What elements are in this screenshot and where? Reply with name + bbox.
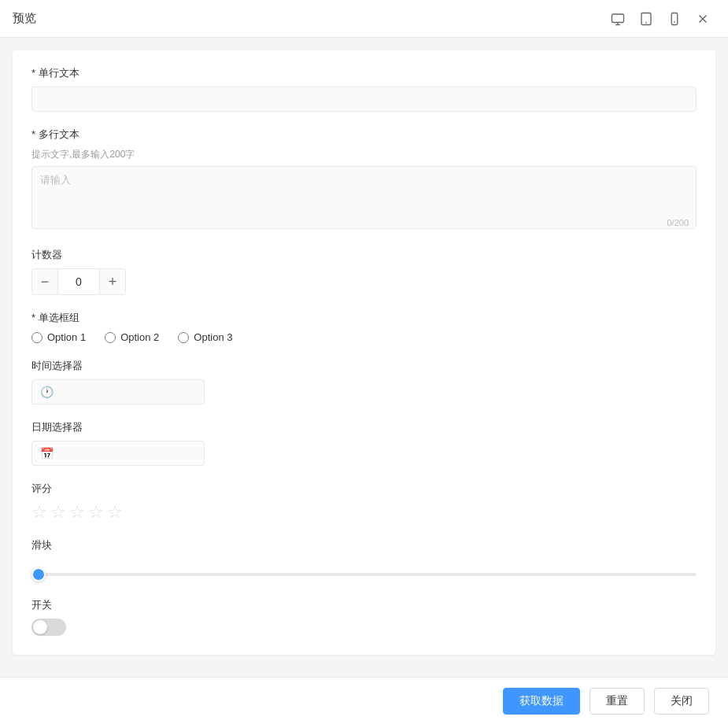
desktop-view-button[interactable] (605, 6, 630, 31)
rating-field: 评分 ☆ ☆ ☆ ☆ ☆ (31, 482, 697, 523)
single-text-field: * 单行文本 (31, 66, 697, 112)
star-4[interactable]: ☆ (88, 502, 104, 523)
time-picker-field: 时间选择器 🕐 (31, 359, 697, 404)
form-card: * 单行文本 * 多行文本 提示文字,最多输入200字 0/200 计数器 − (13, 50, 715, 655)
close-button[interactable]: 关闭 (654, 688, 709, 715)
toggle-thumb (33, 620, 47, 634)
toggle-track[interactable] (31, 619, 66, 636)
toggle-wrapper (31, 619, 697, 636)
close-icon (696, 12, 710, 26)
mobile-icon (667, 12, 682, 26)
desktop-icon (611, 12, 625, 26)
single-text-label: * 单行文本 (31, 66, 697, 80)
reset-button[interactable]: 重置 (589, 688, 645, 715)
clock-icon: 🕐 (40, 386, 54, 398)
get-data-button[interactable]: 获取数据 (503, 688, 580, 715)
multi-text-input[interactable] (31, 166, 697, 229)
calendar-icon: 📅 (40, 447, 54, 460)
time-picker-input[interactable]: 🕐 (31, 379, 205, 404)
radio-option-2[interactable]: Option 2 (105, 331, 159, 343)
counter-plus-button[interactable]: + (100, 269, 125, 294)
radio-option-1[interactable]: Option 1 (31, 331, 86, 343)
counter-minus-button[interactable]: − (32, 269, 57, 294)
close-window-button[interactable] (690, 6, 715, 31)
single-text-input[interactable] (31, 87, 697, 112)
tablet-view-button[interactable] (634, 6, 659, 31)
titlebar: 预览 (0, 0, 728, 38)
char-count: 0/200 (667, 218, 689, 227)
star-1[interactable]: ☆ (31, 502, 47, 523)
radio-option-3[interactable]: Option 3 (178, 331, 232, 343)
radio-label-1: Option 1 (47, 331, 86, 343)
radio-input-1[interactable] (31, 332, 42, 343)
main-window: 预览 (0, 0, 728, 724)
radio-label-2: Option 2 (120, 331, 159, 343)
multi-text-label: * 多行文本 (31, 127, 697, 142)
counter-value: 0 (57, 269, 100, 294)
radio-input-2[interactable] (105, 332, 116, 343)
radio-input-3[interactable] (178, 332, 189, 343)
radio-label-3: Option 3 (194, 331, 232, 343)
radio-field: * 单选框组 Option 1 Option 2 Option 3 (31, 311, 697, 343)
counter-label: 计数器 (31, 248, 697, 262)
star-2[interactable]: ☆ (50, 502, 66, 523)
window-controls (605, 6, 715, 31)
window-title: 预览 (13, 11, 36, 26)
date-picker-field: 日期选择器 📅 (31, 420, 697, 466)
textarea-wrapper: 0/200 (31, 166, 697, 232)
star-5[interactable]: ☆ (107, 502, 123, 523)
svg-rect-0 (612, 14, 624, 23)
star-group: ☆ ☆ ☆ ☆ ☆ (31, 502, 697, 523)
mobile-view-button[interactable] (662, 6, 687, 31)
time-picker-label: 时间选择器 (31, 359, 697, 373)
toggle-label: 开关 (31, 598, 697, 612)
counter-field: 计数器 − 0 + (31, 248, 697, 295)
slider-field: 滑块 (31, 538, 697, 582)
slider-wrapper (31, 559, 697, 582)
content-area: * 单行文本 * 多行文本 提示文字,最多输入200字 0/200 计数器 − (0, 38, 728, 677)
slider-label: 滑块 (31, 538, 697, 552)
toggle-field: 开关 (31, 598, 697, 636)
rating-label: 评分 (31, 482, 697, 496)
date-picker-label: 日期选择器 (31, 420, 697, 434)
tablet-icon (639, 12, 653, 26)
footer: 获取数据 重置 关闭 (0, 677, 728, 724)
svg-rect-5 (671, 13, 678, 24)
counter-wrapper: − 0 + (31, 268, 126, 295)
multi-text-field: * 多行文本 提示文字,最多输入200字 0/200 (31, 127, 697, 232)
multi-text-hint: 提示文字,最多输入200字 (31, 148, 697, 161)
star-3[interactable]: ☆ (69, 502, 85, 523)
slider-input[interactable] (31, 573, 697, 576)
radio-group: Option 1 Option 2 Option 3 (31, 331, 697, 343)
date-picker-input[interactable]: 📅 (31, 441, 205, 466)
radio-label: * 单选框组 (31, 311, 697, 325)
